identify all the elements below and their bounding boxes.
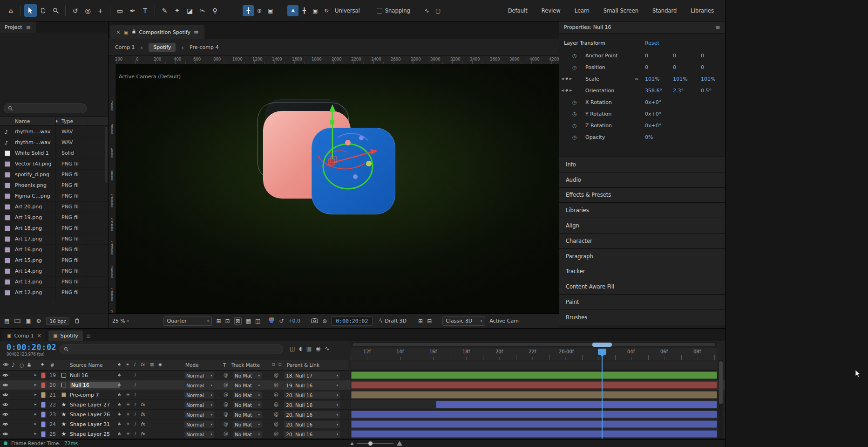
shy-toggle[interactable]: ♠ <box>117 412 122 417</box>
parent-pickwhip-icon[interactable]: @ <box>274 372 278 378</box>
label-column-icon[interactable]: ◆ <box>41 362 44 366</box>
gizmo-position-button[interactable]: ╋ <box>298 5 310 16</box>
property-value-y[interactable]: 0 <box>673 53 676 59</box>
property-value-x[interactable]: 0 <box>645 53 648 59</box>
parent-pickwhip-icon[interactable]: @ <box>274 431 278 436</box>
footage-name[interactable]: Art 17.png <box>15 236 54 242</box>
stopwatch-icon[interactable]: ◷ <box>572 111 577 117</box>
motion-blur-column-icon[interactable]: ◉ <box>158 362 162 367</box>
project-item-row[interactable]: Art 19.png PNG fil <box>0 213 108 223</box>
gizmo-mode-dropdown[interactable]: Universal <box>335 7 360 14</box>
collapse-toggle[interactable]: ☀ <box>126 402 130 407</box>
layer-track[interactable] <box>351 429 717 439</box>
project-item-row[interactable]: White Solid 1 Solid <box>0 148 108 159</box>
workspace-item[interactable]: Learn <box>575 7 590 14</box>
collapsed-panel-header[interactable]: Effects & Presets <box>559 187 725 203</box>
grid-guides-icon[interactable]: ⊞ <box>216 318 221 324</box>
blend-mode-select[interactable]: Normal ▾ <box>184 431 214 438</box>
blend-mode-select[interactable]: Normal ▾ <box>184 411 214 418</box>
property-value-z[interactable]: 101% <box>701 76 715 82</box>
timeline-zoom-control[interactable] <box>350 441 402 446</box>
panel-menu-icon[interactable]: ≡ <box>26 24 31 31</box>
preview-timecode[interactable]: 0:00:20:02 <box>331 316 373 326</box>
collapse-column-icon[interactable]: ☀ <box>126 362 129 367</box>
layer-row[interactable]: ▸ 23 Shape Layer 26 ♠ ☀ / fx Normal ▾ <box>0 410 725 419</box>
composition-tab[interactable]: × ▣ Composition Spotify ≡ <box>110 25 204 39</box>
keyframe-diamond-icon[interactable]: ◆ <box>565 76 568 81</box>
layer-expand-arrow[interactable]: ▸ <box>34 382 37 387</box>
transparency-grid-icon[interactable]: ▦ <box>246 318 251 324</box>
layer-switches[interactable]: ♠ ☀ / fx <box>117 412 145 417</box>
composition-viewer[interactable]: 200 400 600 800 1000 1200 1400 1600 1800 <box>108 64 559 313</box>
parent-pickwhip-icon[interactable]: @ <box>274 412 278 417</box>
footage-name[interactable]: rhythm-...wav <box>15 129 54 135</box>
new-composition-icon[interactable]: ▣ <box>26 318 31 324</box>
layer-name[interactable]: Shape Layer 31 <box>70 421 120 427</box>
exposure-value[interactable]: +0.0 <box>288 318 300 324</box>
layer-name[interactable]: Shape Layer 25 <box>70 431 120 437</box>
footage-name[interactable]: rhythm-...wav <box>15 139 54 145</box>
view-layout-select[interactable]: Active Cam <box>489 318 519 324</box>
transform-gizmo[interactable] <box>108 64 559 313</box>
playhead-line[interactable] <box>602 356 603 439</box>
fx-column-icon[interactable]: fx <box>141 362 145 367</box>
layer-visibility-toggle[interactable] <box>2 373 8 379</box>
timeline-navigator[interactable] <box>351 342 717 347</box>
layer-name[interactable]: Null 16 <box>70 372 120 378</box>
view-axis-mode-button[interactable]: ▣ <box>265 5 276 16</box>
quality-toggle[interactable]: / <box>135 402 136 407</box>
layer-switches[interactable]: ♠ ☀ / fx <box>117 431 145 436</box>
reset-button[interactable]: Reset <box>645 40 659 46</box>
collapsed-panel-header[interactable]: Content-Aware Fill <box>559 279 725 294</box>
property-value-z[interactable]: 0 <box>701 64 704 70</box>
lock-column-icon[interactable] <box>27 362 31 368</box>
vertical-ruler[interactable]: 200 400 600 800 1000 1200 1400 1600 1800 <box>108 64 116 313</box>
property-value-z[interactable]: 0 <box>701 53 704 59</box>
layer-switches[interactable]: ♠ ☀ / fx <box>117 382 145 387</box>
layer-row[interactable]: ▸ 25 Shape Layer 25 ♠ ☀ / fx Normal ▾ <box>0 429 725 439</box>
gizmo-rotation-button[interactable]: ↻ <box>321 5 332 16</box>
project-item-row[interactable]: rhythm-...wav WAV <box>0 138 108 148</box>
quality-toggle[interactable]: / <box>135 382 136 387</box>
collapsed-panel-header[interactable]: Info <box>559 157 725 172</box>
track-matte-select[interactable]: No Mat ▾ <box>233 421 262 428</box>
track-matte-select[interactable]: No Mat ▾ <box>233 401 262 408</box>
roto-brush-tool[interactable]: ✂ <box>196 4 209 17</box>
layer-color-chip[interactable] <box>41 402 46 408</box>
matte-pickwhip-icon[interactable]: @ <box>224 392 228 397</box>
hide-shy-layers-icon[interactable]: ◖ <box>299 345 302 352</box>
close-icon[interactable]: × <box>116 29 121 35</box>
collapse-toggle[interactable]: ☀ <box>126 431 130 436</box>
footage-name[interactable]: Art 19.png <box>15 214 54 220</box>
project-item-row[interactable]: spotify_d.png PNG fil <box>0 170 108 180</box>
project-item-row[interactable]: Art 15.png PNG fil <box>0 255 108 266</box>
matte-pickwhip-icon[interactable]: @ <box>224 382 228 387</box>
reset-exposure-icon[interactable]: ↺ <box>279 318 284 324</box>
bit-depth-button[interactable]: 16 bpc <box>46 317 69 325</box>
project-item-row[interactable]: Phoenix.png PNG fil <box>0 180 108 191</box>
secondary-monitor-icon[interactable]: ⊟ <box>427 318 432 324</box>
new-folder-icon[interactable] <box>14 318 20 324</box>
lock-icon[interactable] <box>132 29 136 35</box>
footage-name[interactable]: Figma C...png <box>15 193 54 199</box>
shy-toggle[interactable]: ♠ <box>117 392 122 397</box>
footage-name[interactable]: spotify_d.png <box>15 172 54 178</box>
zoom-tool[interactable] <box>49 4 62 17</box>
scrollbar-thumb[interactable] <box>719 361 723 404</box>
collapsed-panel-header[interactable]: Align <box>559 218 725 233</box>
column-divider[interactable] <box>87 117 87 300</box>
puppet-pin-tool[interactable]: ⚲ <box>209 4 221 17</box>
gizmo-universal-button[interactable]: ➤ <box>287 5 298 16</box>
project-item-row[interactable]: Vector (4).png PNG fil <box>0 159 108 170</box>
parent-link-select[interactable]: 19. Null 16 ▾ <box>284 382 340 389</box>
matte-pickwhip-icon[interactable]: @ <box>224 402 228 407</box>
workspace-item[interactable]: Standard <box>652 7 677 14</box>
prev-keyframe-icon[interactable]: ◀ <box>561 89 563 92</box>
shy-toggle[interactable]: ♠ <box>117 402 122 407</box>
property-value-y[interactable]: 2.3° <box>673 88 684 94</box>
project-item-row[interactable]: Art 18.png PNG fil <box>0 223 108 234</box>
shy-toggle[interactable]: ♠ <box>117 421 122 426</box>
type-column-header[interactable]: Type <box>61 118 73 124</box>
layer-track[interactable] <box>351 400 717 409</box>
shape-tool[interactable]: ▭ <box>114 4 126 17</box>
